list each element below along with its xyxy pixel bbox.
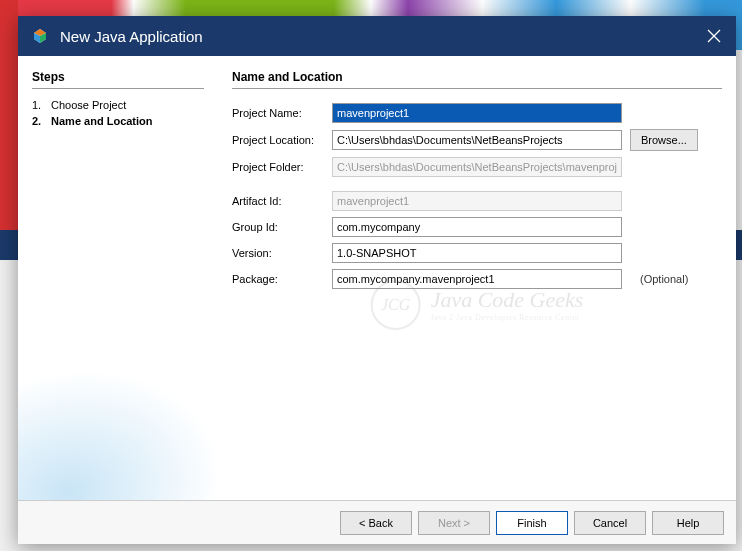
project-location-input[interactable] (332, 130, 622, 150)
artifact-id-row: Artifact Id: (232, 191, 722, 211)
project-name-label: Project Name: (232, 107, 332, 119)
package-row: Package: (Optional) (232, 269, 722, 289)
optional-label: (Optional) (640, 273, 688, 285)
step-number: 2. (32, 115, 48, 127)
content-heading: Name and Location (232, 70, 722, 89)
button-bar: < Back Next > Finish Cancel Help (18, 500, 736, 544)
package-input[interactable] (332, 269, 622, 289)
step-item: 1. Choose Project (32, 97, 204, 113)
project-folder-row: Project Folder: (232, 157, 722, 177)
steps-panel: Steps 1. Choose Project 2. Name and Loca… (18, 56, 218, 500)
titlebar: New Java Application (18, 16, 736, 56)
app-icon (30, 26, 50, 46)
artifact-id-input (332, 191, 622, 211)
cancel-button[interactable]: Cancel (574, 511, 646, 535)
watermark-main: Java Code Geeks (431, 287, 584, 313)
group-id-input[interactable] (332, 217, 622, 237)
step-number: 1. (32, 99, 48, 111)
version-input[interactable] (332, 243, 622, 263)
next-button: Next > (418, 511, 490, 535)
content-panel: Name and Location Project Name: Project … (218, 56, 736, 500)
version-row: Version: (232, 243, 722, 263)
group-id-row: Group Id: (232, 217, 722, 237)
step-label: Choose Project (51, 99, 126, 111)
main-area: Steps 1. Choose Project 2. Name and Loca… (18, 56, 736, 500)
close-icon[interactable] (704, 26, 724, 46)
background-decoration-left (0, 0, 18, 260)
browse-button[interactable]: Browse... (630, 129, 698, 151)
project-name-input[interactable] (332, 103, 622, 123)
project-location-label: Project Location: (232, 134, 332, 146)
step-label: Name and Location (51, 115, 152, 127)
titlebar-title: New Java Application (60, 28, 704, 45)
steps-heading: Steps (32, 70, 204, 89)
steps-list: 1. Choose Project 2. Name and Location (32, 97, 204, 129)
package-label: Package: (232, 273, 332, 285)
group-id-label: Group Id: (232, 221, 332, 233)
step-item: 2. Name and Location (32, 113, 204, 129)
help-button[interactable]: Help (652, 511, 724, 535)
watermark-text: Java Code Geeks Java 2 Java Developers R… (431, 287, 584, 322)
project-name-row: Project Name: (232, 103, 722, 123)
finish-button[interactable]: Finish (496, 511, 568, 535)
version-label: Version: (232, 247, 332, 259)
project-location-row: Project Location: Browse... (232, 129, 722, 151)
artifact-id-label: Artifact Id: (232, 195, 332, 207)
wizard-dialog: New Java Application Steps 1. Choose Pro… (18, 16, 736, 544)
watermark-sub: Java 2 Java Developers Resource Center (431, 313, 584, 322)
project-folder-input (332, 157, 622, 177)
project-folder-label: Project Folder: (232, 161, 332, 173)
back-button[interactable]: < Back (340, 511, 412, 535)
